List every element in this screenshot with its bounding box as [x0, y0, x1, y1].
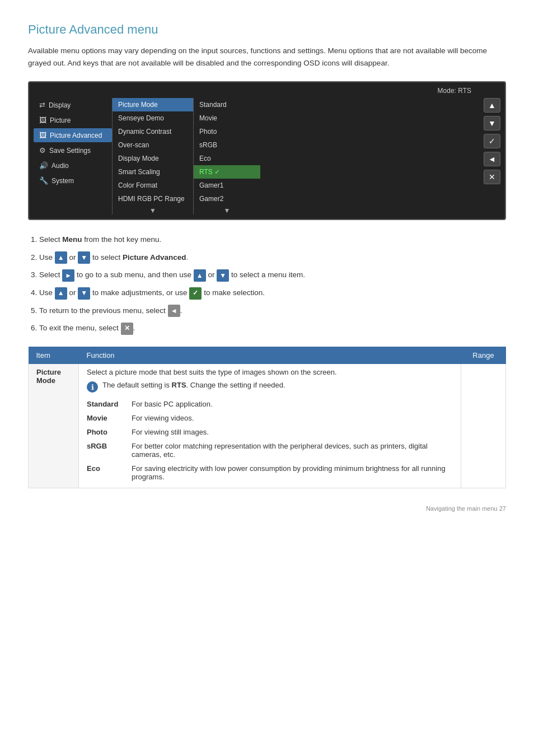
osd-mid-item-7[interactable]: HDMI RGB PC Range: [113, 192, 193, 206]
osd-left-item-system[interactable]: 🔧System: [34, 174, 112, 188]
osd-left-menu: ⇄Display🖼Picture🖼Picture Advanced⚙Save S…: [34, 98, 112, 214]
osd-mid-item-5[interactable]: Smart Scaling: [113, 165, 193, 179]
osd-left-label-picture: Picture: [50, 116, 71, 124]
osd-mid-menu: Picture ModeSenseye DemoDynamic Contrast…: [112, 98, 193, 214]
osd-mid-item-3[interactable]: Over-scan: [113, 138, 193, 152]
osd-left-item-picture[interactable]: 🖼Picture: [34, 113, 112, 127]
sub-row-eco: Eco For saving electricity with low powe…: [87, 461, 453, 484]
page-footer: Navigating the main menu 27: [28, 505, 506, 512]
note-text: The default setting is RTS. Change the s…: [102, 381, 285, 389]
osd-left-label-display: Display: [49, 101, 71, 109]
osd-button-1[interactable]: ▼: [484, 116, 500, 130]
osd-right-item-1[interactable]: Movie: [194, 111, 260, 125]
osd-mid-item-1[interactable]: Senseye Demo: [113, 111, 193, 125]
osd-right-item-2[interactable]: Photo: [194, 125, 260, 138]
osd-left-label-audio: Audio: [51, 162, 69, 170]
instruction-5: To return to the previous menu, select ◄…: [39, 304, 506, 318]
up-btn-4[interactable]: ▲: [55, 287, 67, 300]
osd-button-3[interactable]: ◄: [484, 152, 500, 166]
osd-left-label-save-settings: Save Settings: [49, 147, 91, 155]
osd-left-icon-system: 🔧: [39, 176, 48, 185]
back-btn-5[interactable]: ◄: [168, 305, 180, 317]
osd-left-icon-picture: 🖼: [39, 116, 46, 124]
osd-left-item-display[interactable]: ⇄Display: [34, 98, 112, 112]
table-item-cell: PictureMode: [29, 364, 79, 488]
instruction-4: Use ▲ or ▼ to make adjustments, or use ✓…: [39, 286, 506, 300]
osd-right-item-7[interactable]: Gamer2: [194, 192, 260, 206]
instruction-2: Use ▲ or ▼ to select Picture Advanced.: [39, 250, 506, 265]
osd-left-item-picture-advanced[interactable]: 🖼Picture Advanced: [34, 128, 112, 142]
instruction-3: Select ► to go to a sub menu, and then u…: [39, 268, 506, 282]
table-func-cell: Select a picture mode that best suits th…: [79, 364, 461, 488]
note-box: ℹ The default setting is RTS. Change the…: [87, 381, 453, 393]
osd-left-item-save-settings[interactable]: ⚙Save Settings: [34, 143, 112, 157]
osd-right-item-6[interactable]: Gamer1: [194, 179, 260, 192]
osd-button-4[interactable]: ✕: [484, 170, 500, 184]
osd-left-icon-audio: 🔊: [39, 161, 48, 170]
down-btn-4[interactable]: ▼: [78, 287, 90, 300]
osd-button-2[interactable]: ✓: [484, 134, 500, 148]
osd-right-item-0[interactable]: Standard: [194, 98, 260, 111]
sub-row-movie: Movie For viewing videos.: [87, 411, 453, 425]
osd-right-item-4[interactable]: Eco: [194, 152, 260, 165]
sub-table: Standard For basic PC application. Movie…: [87, 397, 453, 484]
osd-left-icon-save-settings: ⚙: [39, 146, 46, 155]
up-btn-2[interactable]: ▲: [55, 251, 67, 264]
table-row-picture-mode: PictureMode Select a picture mode that b…: [29, 364, 506, 488]
table-header-function: Function: [79, 347, 461, 364]
osd-left-icon-display: ⇄: [39, 101, 45, 109]
instructions-section: Select Menu from the hot key menu. Use ▲…: [28, 232, 506, 335]
sub-row-srgb: sRGB For better color matching represent…: [87, 439, 453, 461]
table-range-cell: [461, 364, 506, 488]
osd-mid-item-0[interactable]: Picture Mode: [113, 98, 193, 111]
osd-mid-item-6[interactable]: Color Format: [113, 179, 193, 192]
osd-buttons: ▲▼✓◄✕: [479, 98, 500, 214]
table-header-range: Range: [461, 347, 506, 364]
check-btn-4[interactable]: ✓: [189, 287, 202, 300]
down-btn-3[interactable]: ▼: [217, 269, 229, 282]
osd-mode-label: Mode: RTS: [438, 87, 471, 95]
osd-mid-item-2[interactable]: Dynamic Contrast: [113, 125, 193, 138]
osd-left-icon-picture-advanced: 🖼: [39, 131, 46, 139]
table-header-item: Item: [29, 347, 79, 364]
osd-left-item-audio[interactable]: 🔊Audio: [34, 158, 112, 172]
osd-diagram: Mode: RTS ⇄Display🖼Picture🖼Picture Advan…: [28, 81, 506, 220]
sub-row-standard: Standard For basic PC application.: [87, 397, 453, 411]
osd-right-item-5[interactable]: RTS ✓: [194, 165, 260, 179]
osd-left-label-system: System: [51, 177, 74, 185]
sub-row-photo: Photo For viewing still images.: [87, 425, 453, 439]
osd-right-item-3[interactable]: sRGB: [194, 138, 260, 152]
osd-mid-item-4[interactable]: Display Mode: [113, 152, 193, 165]
function-table: Item Function Range PictureMode Select a…: [28, 347, 506, 488]
osd-right-menu: StandardMoviePhotosRGBEcoRTS ✓Gamer1Game…: [193, 98, 260, 214]
up-btn-3[interactable]: ▲: [194, 269, 206, 282]
note-icon: ℹ: [87, 381, 98, 393]
instruction-6: To exit the menu, select ✕.: [39, 321, 506, 335]
page-title: Picture Advanced menu: [28, 22, 506, 37]
down-btn-2[interactable]: ▼: [78, 251, 90, 264]
osd-left-label-picture-advanced: Picture Advanced: [50, 132, 102, 139]
right-btn-3[interactable]: ►: [62, 269, 74, 282]
instruction-1: Select Menu from the hot key menu.: [39, 232, 506, 247]
intro-text: Available menu options may vary dependin…: [28, 45, 506, 69]
exit-btn-6[interactable]: ✕: [121, 323, 133, 335]
osd-button-0[interactable]: ▲: [484, 98, 500, 113]
